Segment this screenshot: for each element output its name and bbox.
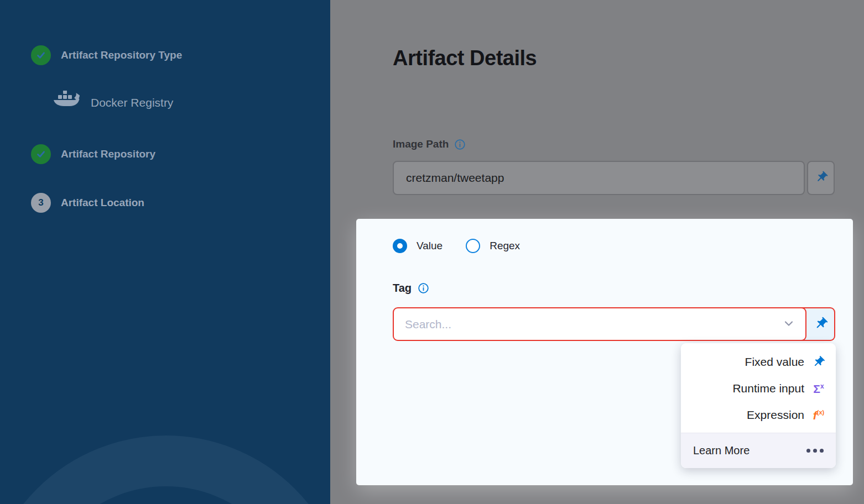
menu-item-runtime-input[interactable]: Runtime input Σx [691,375,826,402]
menu-item-expression[interactable]: Expression f(x) [691,402,826,428]
sidebar-substep-docker-registry[interactable]: Docker Registry [52,91,173,115]
fx-icon: f(x) [811,410,826,421]
wizard-sidebar: Artifact Repository Type Docker Registry… [0,0,330,504]
tag-spotlight-panel: Value Regex Tag [356,219,853,485]
radio-selected-icon [393,239,407,253]
image-path-label: Image Path [393,138,449,150]
artifact-details-pane: Artifact Details Image Path [330,0,864,504]
page-title: Artifact Details [393,46,537,70]
image-path-field [393,161,805,195]
chevron-down-icon[interactable] [782,317,795,332]
artifact-wizard-screen: Artifact Repository Type Docker Registry… [0,0,864,504]
step-label: Artifact Repository [61,148,155,160]
info-icon[interactable] [418,282,429,294]
tag-search-input[interactable] [394,318,782,331]
step-number-badge: 3 [31,193,51,213]
radio-regex[interactable]: Regex [466,239,520,253]
menu-item-fixed-value[interactable]: Fixed value [691,349,826,375]
step-complete-check-icon [31,45,51,65]
step-label: Artifact Location [61,197,144,209]
step-label: Artifact Repository Type [61,49,182,61]
value-type-menu: Fixed value Runtime input Σx Expression [681,343,836,468]
sidebar-step-artifact-location[interactable]: 3 Artifact Location [31,193,144,213]
pin-icon [809,352,828,371]
tag-select-field [393,307,806,341]
pin-icon [809,313,831,335]
step-complete-check-icon [31,144,51,164]
docker-whale-icon [52,91,81,115]
tag-label: Tag [393,282,412,295]
menu-footer-learn-more[interactable]: Learn More [681,433,836,468]
substep-label: Docker Registry [91,96,173,109]
radio-value[interactable]: Value [393,239,443,253]
image-path-input[interactable] [394,171,804,185]
more-options-icon [806,449,824,453]
image-path-pin-button[interactable] [807,161,835,195]
sidebar-step-artifact-repository[interactable]: Artifact Repository [31,144,155,164]
sidebar-step-artifact-repository-type[interactable]: Artifact Repository Type [31,45,182,65]
tag-mode-radio-group: Value Regex [393,239,520,253]
radio-unselected-icon [466,239,480,253]
pin-icon [811,168,831,188]
tag-label-row: Tag [393,282,429,295]
value-type-menu-items: Fixed value Runtime input Σx Expression [681,343,836,433]
tag-select-group [393,307,835,341]
learn-more-link[interactable]: Learn More [693,444,750,457]
info-icon[interactable] [454,139,466,150]
image-path-label-row: Image Path [393,138,466,150]
sigma-icon: Σx [811,383,826,395]
decorative-arc [0,435,330,504]
